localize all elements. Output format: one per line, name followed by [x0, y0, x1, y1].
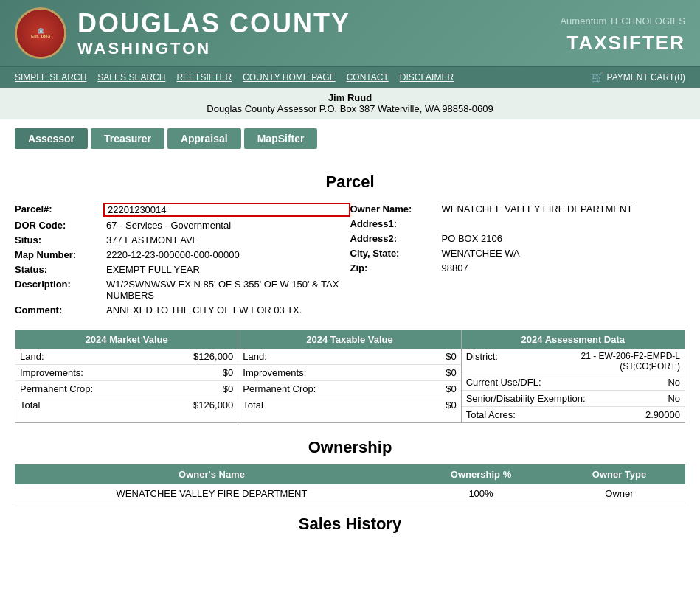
- market-land-label: Land:: [20, 351, 193, 362]
- parcel-right: Owner Name: WENATCHEE VALLEY FIRE DEPART…: [350, 203, 686, 318]
- market-total-value: $126,000: [193, 400, 233, 411]
- parcel-left: Parcel#: 22201230014 DOR Code: 67 - Serv…: [15, 203, 350, 318]
- taxable-improvements-label: Improvements:: [243, 367, 446, 378]
- market-total-label: Total: [20, 400, 193, 411]
- ownership-name: WENATCHEE VALLEY FIRE DEPARTMENT: [15, 484, 409, 503]
- owner-name-value: WENATCHEE VALLEY FIRE DEPARTMENT: [439, 203, 686, 215]
- city-state-value: WENATCHEE WA: [439, 247, 686, 259]
- dor-code-row: DOR Code: 67 - Services - Governmental: [15, 219, 350, 231]
- market-improvements-value: $0: [223, 367, 233, 378]
- dor-label: DOR Code:: [15, 219, 103, 231]
- taxable-total-row: Total $0: [238, 397, 460, 413]
- assessor-address: Douglas County Assessor P.O. Box 387 Wat…: [4, 103, 696, 114]
- total-acres-value: 2.90000: [645, 409, 680, 420]
- nav-disclaimer[interactable]: DISCLAIMER: [400, 72, 454, 83]
- nav-sales-search[interactable]: SALES SEARCH: [97, 72, 165, 83]
- comment-row: Comment: ANNEXED TO THE CITY OF EW FOR 0…: [15, 304, 350, 316]
- taxable-value-header: 2024 Taxable Value: [238, 330, 460, 349]
- description-value: W1/2SWNWSW EX N 85' OF S 355' OF W 150' …: [103, 278, 350, 302]
- owner-name-row: Owner Name: WENATCHEE VALLEY FIRE DEPART…: [350, 203, 686, 215]
- parcel-grid: Parcel#: 22201230014 DOR Code: 67 - Serv…: [15, 203, 685, 318]
- address1-label: Address1:: [350, 217, 439, 230]
- tab-assessor[interactable]: Assessor: [15, 128, 88, 149]
- ownership-row: WENATCHEE VALLEY FIRE DEPARTMENT 100% Ow…: [15, 484, 685, 503]
- zip-value: 98807: [439, 262, 686, 274]
- taxable-improvements-value: $0: [446, 367, 456, 378]
- taxable-land-row: Land: $0: [238, 349, 460, 365]
- logo-inner: 🏛️ Est. 1883: [17, 10, 64, 57]
- county-title: DOUGLAS COUNTY WASHINGTON: [77, 8, 350, 58]
- market-crop-value: $0: [223, 383, 233, 394]
- nav-simple-search[interactable]: SIMPLE SEARCH: [15, 72, 86, 83]
- market-land-value: $126,000: [193, 351, 233, 362]
- map-number-label: Map Number:: [15, 248, 103, 261]
- status-row: Status: EXEMPT FULL YEAR: [15, 263, 350, 276]
- nav-reetsifter[interactable]: REETSIFTER: [176, 72, 232, 83]
- taxsifter-title: TAXSIFTER: [560, 32, 685, 55]
- situs-value: 377 EASTMONT AVE: [103, 234, 350, 246]
- address1-value: [439, 217, 686, 219]
- district-row: District: 21 - EW-206-F2-EMPD-L (ST;CO;P…: [462, 349, 685, 374]
- current-use-value: No: [668, 377, 680, 388]
- current-use-row: Current Use/DFL: No: [462, 374, 685, 391]
- market-total-row: Total $126,000: [15, 397, 238, 413]
- district-label: District:: [466, 351, 562, 372]
- market-value-header: 2024 Market Value: [15, 330, 238, 349]
- aumentum-logo: Aumentum TECHNOLOGIES: [560, 13, 685, 28]
- taxable-total-label: Total: [243, 400, 446, 411]
- status-label: Status:: [15, 263, 103, 276]
- sales-history-title: Sales History: [15, 515, 685, 534]
- market-crop-label: Permanent Crop:: [20, 383, 223, 394]
- taxable-crop-label: Permanent Crop:: [243, 383, 446, 394]
- status-value: EXEMPT FULL YEAR: [103, 263, 350, 276]
- total-acres-row: Total Acres: 2.90000: [462, 407, 685, 422]
- senior-disability-row: Senior/Disability Exemption: No: [462, 391, 685, 407]
- situs-row: Situs: 377 EASTMONT AVE: [15, 234, 350, 246]
- ownership-header-percent: Ownership %: [409, 464, 553, 484]
- city-state-label: City, State:: [350, 247, 439, 259]
- market-land-row: Land: $126,000: [15, 349, 238, 365]
- nav-links: SIMPLE SEARCH SALES SEARCH REETSIFTER CO…: [15, 72, 454, 83]
- tab-treasurer[interactable]: Treasurer: [91, 128, 164, 149]
- zip-label: Zip:: [350, 262, 439, 274]
- total-acres-label: Total Acres:: [466, 409, 645, 420]
- taxable-total-value: $0: [446, 400, 456, 411]
- ownership-header-type: Owner Type: [553, 464, 685, 484]
- situs-label: Situs:: [15, 234, 103, 246]
- payment-cart[interactable]: 🛒 PAYMENT CART(0): [591, 72, 685, 83]
- market-permanent-crop-row: Permanent Crop: $0: [15, 381, 238, 397]
- ownership-header-name: Owner's Name: [15, 464, 409, 484]
- ownership-type: Owner: [553, 484, 685, 503]
- ownership-percent: 100%: [409, 484, 553, 503]
- taxable-improvements-row: Improvements: $0: [238, 365, 460, 381]
- description-label: Description:: [15, 278, 103, 290]
- nav-contact[interactable]: CONTACT: [347, 72, 389, 83]
- description-row: Description: W1/2SWNWSW EX N 85' OF S 35…: [15, 278, 350, 302]
- map-number-value: 2220-12-23-000000-000-00000: [103, 248, 350, 261]
- taxable-land-value: $0: [446, 351, 456, 362]
- header-left: 🏛️ Est. 1883 DOUGLAS COUNTY WASHINGTON: [15, 7, 350, 59]
- ownership-table: Owner's Name Ownership % Owner Type WENA…: [15, 464, 685, 503]
- map-number-row: Map Number: 2220-12-23-000000-000-00000: [15, 248, 350, 261]
- info-bar: Jim Ruud Douglas County Assessor P.O. Bo…: [0, 88, 700, 119]
- tab-appraisal[interactable]: Appraisal: [167, 128, 241, 149]
- navbar: SIMPLE SEARCH SALES SEARCH REETSIFTER CO…: [0, 66, 700, 88]
- parcel-number-row: Parcel#: 22201230014: [15, 203, 350, 217]
- senior-disability-value: No: [668, 393, 680, 404]
- ownership-title: Ownership: [15, 438, 685, 457]
- nav-county-home[interactable]: COUNTY HOME PAGE: [243, 72, 336, 83]
- taxable-crop-value: $0: [446, 383, 456, 394]
- header-right: Aumentum TECHNOLOGIES TAXSIFTER: [560, 13, 685, 55]
- address2-row: Address2: PO BOX 2106: [350, 232, 686, 245]
- assessor-name: Jim Ruud: [4, 92, 696, 103]
- assessment-data-table: 2024 Assessment Data District: 21 - EW-2…: [462, 330, 685, 422]
- main-content: Parcel Parcel#: 22201230014 DOR Code: 67…: [0, 158, 700, 548]
- address1-row: Address1:: [350, 217, 686, 230]
- comment-value: ANNEXED TO THE CITY OF EW FOR 03 TX.: [103, 304, 350, 316]
- taxable-value-table: 2024 Taxable Value Land: $0 Improvements…: [238, 330, 461, 422]
- tabs-container: Assessor Treasurer Appraisal MapSifter: [0, 119, 700, 158]
- address2-label: Address2:: [350, 232, 439, 245]
- tab-mapsifter[interactable]: MapSifter: [244, 128, 318, 149]
- senior-disability-label: Senior/Disability Exemption:: [466, 393, 668, 404]
- owner-name-label: Owner Name:: [350, 203, 439, 215]
